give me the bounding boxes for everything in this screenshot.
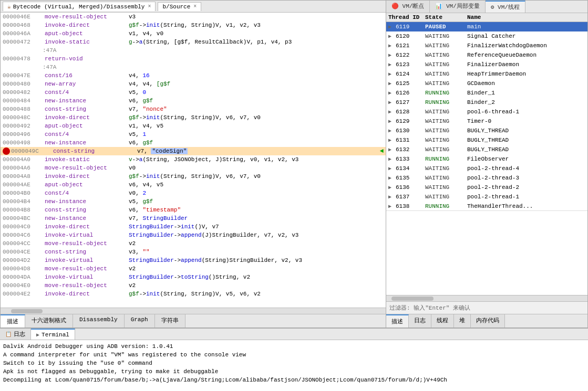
code-line-30[interactable]: 000004E0 move-result-object v2 <box>1 281 386 290</box>
tab-close-icon[interactable]: × <box>148 4 151 9</box>
left-panel: ☕ Bytecode (Virtual, Merged)/Disassembly… <box>0 0 386 328</box>
thread-row-6131[interactable]: ▶ 6131 WAITING BUGLY_THREAD <box>386 135 587 145</box>
code-line-9[interactable]: 00000484 new-instance v6, g$f <box>1 97 386 105</box>
tab-console-log[interactable]: 📋 日志 <box>0 329 31 340</box>
code-line-18[interactable]: 000004AE aput-object v6, v4, v5 <box>1 181 386 189</box>
code-line-29[interactable]: 000004DA invoke-virtual StringBuilder->t… <box>1 273 386 281</box>
tab-disassembly[interactable]: ☕ Bytecode (Virtual, Merged)/Disassembly… <box>3 2 156 11</box>
filter-label: 过滤器: 输入"Enter" 来确认 <box>389 305 470 311</box>
thread-row-6132[interactable]: ▶ 6132 WAITING BUGLY_THREAD <box>386 145 587 154</box>
tab-right-memory[interactable]: 内存代码 <box>471 314 505 327</box>
code-line-19[interactable]: 000004B0 const/4 v0, 2 <box>1 189 386 197</box>
thread-row-6135[interactable]: ▶ 6135 WAITING pool-2-thread-3 <box>386 173 587 183</box>
thread-row-6126[interactable]: ▶ 6126 RUNNING Binder_1 <box>386 88 587 98</box>
thread-row-6138[interactable]: ▶ 6138 RUNNING TheHandlerThread... <box>386 202 587 211</box>
tab-right-describe[interactable]: 描述 <box>386 314 409 327</box>
thread-list[interactable]: ▶ 6119 PAUSED main ▶ 6120 WAITING Signal… <box>386 22 587 295</box>
tab-log-label: 日志 <box>14 330 25 338</box>
tab-terminal-label: Terminal <box>42 332 69 338</box>
code-line-breakpoint[interactable]: 0000049C const-string v7, "codeSign" ◄ <box>1 147 386 155</box>
code-line-22[interactable]: 000004BC new-instance v7, StringBuilder <box>1 214 386 223</box>
tab-source[interactable]: b/Source × <box>158 2 201 11</box>
tab-right-heap[interactable]: 堆 <box>454 314 471 327</box>
thread-scrollbar-h[interactable] <box>386 295 587 301</box>
tab-disasm[interactable]: Disassembly <box>73 314 125 327</box>
thread-row-6136[interactable]: ▶ 6136 WAITING pool-2-thread-2 <box>386 183 587 192</box>
tab-strings[interactable]: 字符串 <box>155 314 185 327</box>
thread-row-6129[interactable]: ▶ 6129 WAITING Timer-0 <box>386 117 587 126</box>
thread-row-6123[interactable]: ▶ 6123 WAITING FinalizerDaemon <box>386 60 587 69</box>
thread-row-6130[interactable]: ▶ 6130 WAITING BUGLY_THREAD <box>386 126 587 135</box>
tab-graph[interactable]: Graph <box>125 314 155 327</box>
left-bottom-tabs: 描述 十六进制格式 Disassembly Graph 字符串 <box>1 314 386 327</box>
thread-row-6119[interactable]: ▶ 6119 PAUSED main <box>386 22 587 31</box>
code-line-10[interactable]: 00000488 const-string v7, "nonce" <box>1 105 386 113</box>
tab-vm-breakpoints[interactable]: 🔴 VM/断点 <box>386 1 430 13</box>
panel-header: ☕ Bytecode (Virtual, Merged)/Disassembly… <box>1 1 386 13</box>
main-container: ☕ Bytecode (Virtual, Merged)/Disassembly… <box>0 0 588 391</box>
code-line-17[interactable]: 000004A8 invoke-direct g$f->init(String,… <box>1 172 386 181</box>
thread-row-6133[interactable]: ▶ 6133 RUNNING FileObserver <box>386 154 587 164</box>
console-content: Dalvik Android Debugger using ADB versio… <box>0 340 588 391</box>
thread-row-6137[interactable]: ▶ 6137 WAITING pool-2-thread-1 <box>386 192 587 202</box>
code-line-1[interactable]: 0000046E move-result-object v3 <box>1 13 386 21</box>
arrow-indicator: ◄ <box>380 147 384 155</box>
terminal-icon: ▶ <box>36 332 39 338</box>
tab-right-thread[interactable]: 线程 <box>431 314 454 327</box>
code-scrollbar-h[interactable] <box>1 308 386 314</box>
tab-describe[interactable]: 描述 <box>1 314 25 327</box>
code-line-20[interactable]: 000004B4 new-instance v5, g$f <box>1 197 386 206</box>
right-top-header: 🔴 VM/断点 📊 VM/局部变量 ⚙ VM/线程 <box>386 1 587 13</box>
code-line-23[interactable]: 000004C0 invoke-direct StringBuilder->in… <box>1 223 386 231</box>
thread-row-6128[interactable]: ▶ 6128 WAITING pool-6-thread-1 <box>386 107 587 117</box>
scrollbar-thumb <box>11 309 43 313</box>
col-thread-id: Thread ID <box>388 14 425 20</box>
thread-row-6125[interactable]: ▶ 6125 WAITING GCDaemon <box>386 79 587 88</box>
thread-row-6124[interactable]: ▶ 6124 WAITING HeapTrimmerDaemon <box>386 69 587 79</box>
code-line-6[interactable]: 0000047E const/16 v4, 16 <box>1 71 386 80</box>
code-line-8[interactable]: 00000482 const/4 v5, 0 <box>1 88 386 97</box>
code-line-21[interactable]: 000004B8 const-string v6, "timestamp" <box>1 206 386 214</box>
code-line-27[interactable]: 000004D2 invoke-virtual StringBuilder->a… <box>1 256 386 265</box>
thread-row-6127[interactable]: ▶ 6127 RUNNING Binder_2 <box>386 98 587 107</box>
code-line-12[interactable]: 00000492 aput-object v1, v4, v5 <box>1 122 386 130</box>
code-line-15[interactable]: 000004A0 invoke-static v->a(String, JSON… <box>1 155 386 164</box>
code-line-31[interactable]: 000004E2 invoke-direct g$f->init(String,… <box>1 290 386 298</box>
thread-row-6134[interactable]: ▶ 6134 WAITING pool-2-thread-4 <box>386 164 587 173</box>
code-line-3[interactable]: 0000046A aput-object v1, v4, v0 <box>1 29 386 38</box>
tab-vm-locals[interactable]: 📊 VM/局部变量 <box>430 1 485 13</box>
filter-bar: 过滤器: 输入"Enter" 来确认 <box>386 301 587 314</box>
thread-scrollbar-thumb <box>391 297 434 301</box>
console-line-1: Dalvik Android Debugger using ADB versio… <box>3 342 585 351</box>
tab-source-close-icon[interactable]: × <box>193 4 197 9</box>
thread-table-header: Thread ID State Name <box>386 13 587 22</box>
code-line-2[interactable]: 00000468 invoke-direct g$f->init(String,… <box>1 21 386 29</box>
col-thread-state: State <box>425 14 467 20</box>
code-area[interactable]: 0000046E move-result-object v3 00000468 … <box>1 13 386 308</box>
thread-row-6121[interactable]: ▶ 6121 WAITING FinalizerWatchdogDaemon <box>386 41 587 50</box>
code-line-4[interactable]: 00000472 invoke-static g->a(String, [g$f… <box>1 38 386 46</box>
tab-console-terminal[interactable]: ▶ Terminal <box>31 329 75 340</box>
thread-row-6122[interactable]: ▶ 6122 WAITING ReferenceQueueDaemon <box>386 50 587 60</box>
top-area: ☕ Bytecode (Virtual, Merged)/Disassembly… <box>0 0 588 328</box>
code-line-13[interactable]: 00000496 const/4 v5, 1 <box>1 130 386 139</box>
code-label-47a-2: :47A <box>1 63 386 71</box>
tab-disassembly-label: Bytecode (Virtual, Merged)/Disassembly <box>13 4 145 10</box>
code-line-14[interactable]: 00000498 new-instance v6, g$f <box>1 139 386 147</box>
code-line-5[interactable]: 00000478 return-void <box>1 55 386 63</box>
tab-right-log[interactable]: 日志 <box>409 314 431 327</box>
code-line-25[interactable]: 000004CC move-result-object v2 <box>1 239 386 248</box>
code-line-26[interactable]: 000004CE const-string v3, "" <box>1 248 386 256</box>
console-line-3: Switch to it by issuing the "use 0" comm… <box>3 359 585 367</box>
tab-vm-threads[interactable]: ⚙ VM/线程 <box>486 1 525 13</box>
code-line-28[interactable]: 000004D8 move-result-object v2 <box>1 265 386 273</box>
thread-row-6120[interactable]: ▶ 6120 WAITING Signal Catcher <box>386 31 587 41</box>
code-line-24[interactable]: 000004C6 invoke-virtual StringBuilder->a… <box>1 231 386 239</box>
code-line-7[interactable]: 00000480 new-array v4, v4, [g$f <box>1 80 386 88</box>
code-label-47a-1: :47A <box>1 46 386 55</box>
log-icon: 📋 <box>5 331 12 337</box>
console-line-2: A command interpreter for unit "VM" was … <box>3 351 585 359</box>
code-line-16[interactable]: 000004A6 move-result-object v0 <box>1 164 386 172</box>
code-line-11[interactable]: 0000048C invoke-direct g$f->init(String,… <box>1 113 386 122</box>
tab-hex[interactable]: 十六进制格式 <box>25 314 73 327</box>
